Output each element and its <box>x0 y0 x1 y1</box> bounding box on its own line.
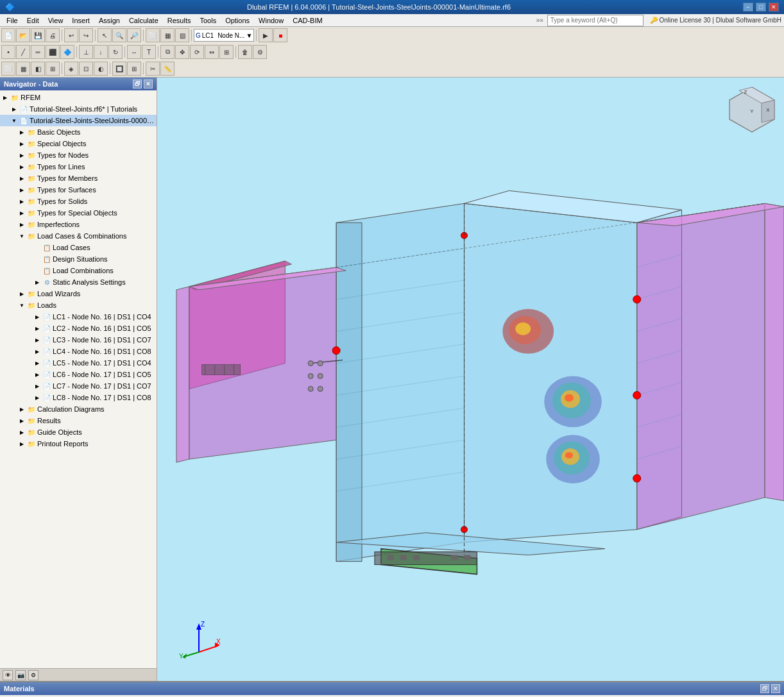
tb-view3d[interactable]: ⬜ <box>146 28 160 42</box>
tb-undo[interactable]: ↩ <box>64 28 78 42</box>
tb-zoom-out[interactable]: 🔎 <box>127 28 141 42</box>
tree-lc7[interactable]: ▶ 📄 LC7 - Node No. 17 | DS1 | CO7 <box>0 380 157 392</box>
tb2-rotate[interactable]: ⟳ <box>190 45 204 59</box>
tree-printout[interactable]: ▶ 📁 Printout Reports <box>0 438 157 449</box>
minimize-button[interactable]: − <box>743 3 753 12</box>
tb2-move[interactable]: ✥ <box>175 45 189 59</box>
tb2-copy[interactable]: ⧉ <box>160 45 175 59</box>
tree-types-nodes[interactable]: ▶ 📁 Types for Nodes <box>0 149 157 161</box>
tb-save[interactable]: 💾 <box>31 28 45 42</box>
tb2-line[interactable]: ╱ <box>16 45 30 59</box>
tree-imperfections[interactable]: ▶ 📁 Imperfections <box>0 219 157 230</box>
tb-open[interactable]: 📂 <box>16 28 30 42</box>
tb2-moment[interactable]: ↻ <box>108 45 123 59</box>
menu-cad-bim[interactable]: CAD-BIM <box>289 15 326 26</box>
tb-select[interactable]: ↖ <box>98 28 112 42</box>
tb-viewxy[interactable]: ▦ <box>160 28 175 42</box>
viewport[interactable]: Y X Z Z X Y <box>157 78 784 681</box>
tb-print[interactable]: 🖨 <box>46 28 60 42</box>
tb3-view1[interactable]: ⬜ <box>1 62 15 76</box>
tb3-render[interactable]: ◈ <box>64 62 78 76</box>
tree-guide-objects[interactable]: ▶ 📁 Guide Objects <box>0 426 157 438</box>
tree-loads[interactable]: ▼ 📁 Loads <box>0 299 157 311</box>
panel-float-btn[interactable]: 🗗 <box>760 684 769 693</box>
tree-special-objects[interactable]: ▶ 📁 Special Objects <box>0 138 157 149</box>
tb3-view2[interactable]: ▦ <box>16 62 30 76</box>
tree-lc3[interactable]: ▶ 📄 LC3 - Node No. 16 | DS1 | CO7 <box>0 334 157 346</box>
menu-options[interactable]: Options <box>221 15 253 26</box>
menu-bar: File Edit View Insert Assign Calculate R… <box>0 14 784 27</box>
close-button[interactable]: ✕ <box>769 3 779 12</box>
tb-viewxz[interactable]: ▧ <box>175 28 189 42</box>
menu-edit[interactable]: Edit <box>23 15 43 26</box>
tb2-support[interactable]: ⊥ <box>79 45 93 59</box>
tb2-member[interactable]: ═ <box>31 45 45 59</box>
nav-gear-button[interactable]: ⚙ <box>28 670 38 680</box>
tb3-shade[interactable]: ◐ <box>94 62 108 76</box>
tree-lc2[interactable]: ▶ 📄 LC2 - Node No. 16 | DS1 | CO5 <box>0 323 157 334</box>
menu-view[interactable]: View <box>44 15 67 26</box>
tree-types-lines[interactable]: ▶ 📁 Types for Lines <box>0 161 157 172</box>
tb3-model[interactable]: 🔲 <box>112 62 126 76</box>
label-res: Results <box>37 417 61 424</box>
menu-window[interactable]: Window <box>255 15 287 26</box>
tree-design-situations[interactable]: 📋 Design Situations <box>0 253 157 265</box>
tree-lc1[interactable]: ▶ 📄 LC1 - Node No. 16 | DS1 | CO4 <box>0 311 157 323</box>
tb2-delete[interactable]: 🗑 <box>238 45 252 59</box>
navigation-cube[interactable]: Y X Z <box>726 84 778 135</box>
tree-types-solids[interactable]: ▶ 📁 Types for Solids <box>0 196 157 207</box>
tree-static-settings[interactable]: ▶ ⚙ Static Analysis Settings <box>0 276 157 288</box>
nav-close-button[interactable]: ✕ <box>144 80 153 88</box>
tb3-view4[interactable]: ⊞ <box>46 62 60 76</box>
tree-types-special[interactable]: ▶ 📁 Types for Special Objects <box>0 207 157 219</box>
tb2-solid[interactable]: 🔷 <box>60 45 74 59</box>
tb3-grid[interactable]: ⊞ <box>127 62 141 76</box>
tree-lc4[interactable]: ▶ 📄 LC4 - Node No. 16 | DS1 | CO8 <box>0 346 157 357</box>
tb2-dimension[interactable]: ↔ <box>127 45 141 59</box>
tb2-array[interactable]: ⊞ <box>219 45 234 59</box>
tb2-mirror[interactable]: ⇔ <box>205 45 219 59</box>
tree-lc8[interactable]: ▶ 📄 LC8 - Node No. 17 | DS1 | CO8 <box>0 392 157 403</box>
tb3-clip[interactable]: ✂ <box>146 62 160 76</box>
tree-lc5[interactable]: ▶ 📄 LC5 - Node No. 17 | DS1 | CO4 <box>0 357 157 369</box>
tree-lc6[interactable]: ▶ 📄 LC6 - Node No. 17 | DS1 | CO5 <box>0 369 157 380</box>
tree-basic-objects[interactable]: ▶ 📁 Basic Objects <box>0 126 157 138</box>
nav-float-button[interactable]: 🗗 <box>133 80 142 88</box>
tree-load-cases[interactable]: 📋 Load Cases <box>0 242 157 253</box>
menu-insert[interactable]: Insert <box>68 15 94 26</box>
lc-dropdown[interactable]: G LC1 Node N... ▼ <box>194 29 254 42</box>
search-input[interactable] <box>547 15 643 26</box>
tree-types-members[interactable]: ▶ 📁 Types for Members <box>0 172 157 184</box>
tb-stop[interactable]: ■ <box>273 28 287 42</box>
tree-file2[interactable]: ▼ 📄 Tutorial-Steel-Joints-SteelJoints-00… <box>0 115 157 126</box>
menu-tools[interactable]: Tools <box>196 15 220 26</box>
nav-eye-button[interactable]: 👁 <box>3 670 13 680</box>
menu-file[interactable]: File <box>3 15 22 26</box>
tree-file1[interactable]: ▶ 📄 Tutorial-Steel-Joints.rf6* | Tutoria… <box>0 103 157 115</box>
tree-root-rfem[interactable]: ▶ 📁 RFEM <box>0 92 157 103</box>
tb2-load[interactable]: ↓ <box>94 45 108 59</box>
tb2-text[interactable]: T <box>142 45 156 59</box>
tb-play[interactable]: ▶ <box>259 28 273 42</box>
menu-results[interactable]: Results <box>164 15 195 26</box>
tb-redo[interactable]: ↪ <box>79 28 93 42</box>
tree-load-combinations[interactable]: 📋 Load Combinations <box>0 265 157 276</box>
tree-calc-diagrams[interactable]: ▶ 📁 Calculation Diagrams <box>0 403 157 415</box>
tb3-wire[interactable]: ⊡ <box>79 62 93 76</box>
tree-results[interactable]: ▶ 📁 Results <box>0 415 157 426</box>
tb-zoom-in[interactable]: 🔍 <box>112 28 126 42</box>
tb2-surface[interactable]: ⬛ <box>46 45 60 59</box>
tree-load-wizards[interactable]: ▶ 📁 Load Wizards <box>0 288 157 299</box>
tb2-settings[interactable]: ⚙ <box>253 45 267 59</box>
nav-camera-button[interactable]: 📷 <box>15 670 26 680</box>
tb-new[interactable]: 📄 <box>1 28 15 42</box>
tb3-measure[interactable]: 📏 <box>160 62 175 76</box>
tb2-node[interactable]: • <box>1 45 15 59</box>
tree-types-surfaces[interactable]: ▶ 📁 Types for Surfaces <box>0 184 157 196</box>
panel-close-btn[interactable]: ✕ <box>771 684 780 693</box>
menu-assign[interactable]: Assign <box>95 15 124 26</box>
tree-load-cases-combos[interactable]: ▼ 📁 Load Cases & Combinations <box>0 230 157 242</box>
maximize-button[interactable]: □ <box>756 3 766 12</box>
tb3-view3[interactable]: ◧ <box>31 62 45 76</box>
menu-calculate[interactable]: Calculate <box>125 15 162 26</box>
